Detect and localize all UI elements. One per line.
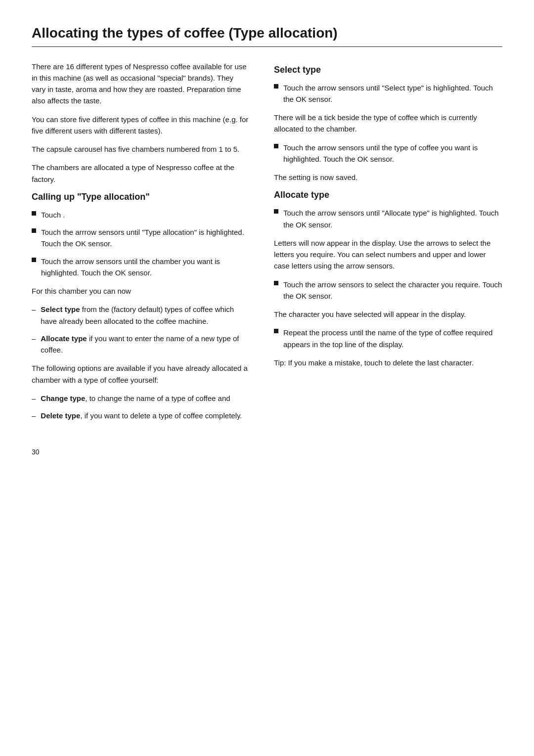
- list-item: – Select type from the (factory default)…: [32, 304, 249, 327]
- calling-up-bullet-2: Touch the arrrow sensors until "Type all…: [41, 226, 249, 250]
- list-item: Touch the arrow sensors to select the ch…: [274, 279, 502, 302]
- calling-up-bullet-3: Touch the arrow sensors until the chambe…: [41, 256, 249, 279]
- allocate-type-bullet-list-2: Touch the arrow sensors to select the ch…: [274, 279, 502, 302]
- dash-item-2: Allocate type if you want to enter the n…: [41, 333, 249, 356]
- page-number: 30: [32, 448, 502, 456]
- bullet-icon: [274, 84, 278, 89]
- bullet-icon: [274, 329, 278, 333]
- select-type-bullet-2: Touch the arrow sensors until the type o…: [283, 142, 502, 165]
- character-para: The character you have selected will app…: [274, 309, 502, 320]
- dash-item-3: Change type, to change the name of a typ…: [41, 393, 230, 404]
- dash-icon: –: [32, 410, 36, 421]
- for-this-chamber-para: For this chamber you can now: [32, 285, 249, 297]
- dash-icon: –: [32, 304, 36, 315]
- intro-para-2: You can store five different types of co…: [32, 114, 249, 137]
- list-item: Touch the arrow sensors until the chambe…: [32, 256, 249, 279]
- left-column: There are 16 different types of Nespress…: [32, 61, 249, 429]
- bullet-icon: [274, 144, 278, 148]
- right-column: Select type Touch the arrow sensors unti…: [274, 61, 502, 429]
- following-options-para: The following options are available if y…: [32, 362, 249, 386]
- page-title: Allocating the types of coffee (Type all…: [32, 25, 502, 42]
- select-type-bullet-list-1: Touch the arrow sensors until "Select ty…: [274, 82, 502, 105]
- bullet-icon: [274, 281, 278, 285]
- allocate-type-bullet-list-1: Touch the arrow sensors until "Allocate …: [274, 207, 502, 230]
- bullet-icon: [32, 258, 36, 262]
- dash-list-1: – Select type from the (factory default)…: [32, 304, 249, 356]
- select-type-heading: Select type: [274, 65, 502, 75]
- dash-icon: –: [32, 333, 36, 344]
- dash-list-2: – Change type, to change the name of a t…: [32, 393, 249, 422]
- calling-up-bullet-1: Touch .: [41, 209, 65, 221]
- list-item: – Allocate type if you want to enter the…: [32, 333, 249, 356]
- repeat-bullet-1: Repeat the process until the name of the…: [283, 327, 502, 350]
- list-item: – Delete type, if you want to delete a t…: [32, 410, 249, 421]
- setting-saved-para: The setting is now saved.: [274, 172, 502, 183]
- select-type-bullet-list-2: Touch the arrow sensors until the type o…: [274, 142, 502, 165]
- list-item: Repeat the process until the name of the…: [274, 327, 502, 350]
- list-item: Touch the arrow sensors until "Allocate …: [274, 207, 502, 230]
- calling-up-heading: Calling up "Type allocation": [32, 192, 249, 202]
- allocate-type-heading: Allocate type: [274, 190, 502, 200]
- dash-item-1: Select type from the (factory default) t…: [41, 304, 249, 327]
- tip-para: Tip: If you make a mistake, touch to del…: [274, 357, 502, 368]
- list-item: Touch the arrow sensors until "Select ty…: [274, 82, 502, 105]
- allocate-type-bullet-2: Touch the arrow sensors to select the ch…: [283, 279, 502, 302]
- bullet-icon: [32, 211, 36, 216]
- calling-up-bullet-list: Touch . Touch the arrrow sensors until "…: [32, 209, 249, 278]
- select-type-bullet-1: Touch the arrow sensors until "Select ty…: [283, 82, 502, 105]
- bullet-icon: [274, 209, 278, 214]
- dash-icon: –: [32, 393, 36, 404]
- allocate-type-bullet-1: Touch the arrow sensors until "Allocate …: [283, 207, 502, 230]
- intro-para-3: The capsule carousel has five chambers n…: [32, 143, 249, 155]
- intro-para-4: The chambers are allocated a type of Nes…: [32, 162, 249, 185]
- list-item: – Change type, to change the name of a t…: [32, 393, 249, 404]
- repeat-bullet-list: Repeat the process until the name of the…: [274, 327, 502, 350]
- letters-para: Letters will now appear in the display. …: [274, 237, 502, 272]
- title-divider: [32, 46, 502, 47]
- list-item: Touch the arrow sensors until the type o…: [274, 142, 502, 165]
- intro-para-1: There are 16 different types of Nespress…: [32, 61, 249, 107]
- bullet-icon: [32, 228, 36, 233]
- list-item: Touch the arrrow sensors until "Type all…: [32, 226, 249, 250]
- list-item: Touch .: [32, 209, 249, 221]
- tick-para: There will be a tick beside the type of …: [274, 112, 502, 135]
- dash-item-4: Delete type, if you want to delete a typ…: [41, 410, 242, 421]
